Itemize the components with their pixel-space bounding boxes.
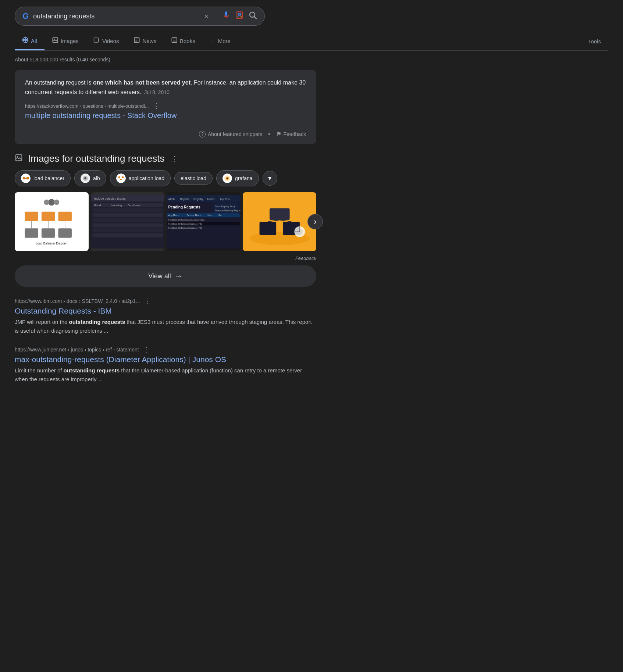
svg-text:Laboratory: Laboratory (111, 204, 122, 207)
chip-alb-label: alb (93, 175, 100, 181)
svg-rect-46 (25, 228, 38, 238)
snippet-source-url: https://stackoverflow.com › questions › … (25, 102, 306, 110)
svg-text:App Name: App Name (168, 214, 180, 217)
thumbnail-1[interactable]: Load Balancer Diagram (15, 192, 89, 251)
svg-rect-41 (42, 212, 55, 221)
chips-expand-button[interactable]: ▾ (263, 171, 277, 186)
clear-icon[interactable]: × (204, 12, 209, 21)
header: G outstanding requests × | (0, 0, 623, 51)
result-ibm-url: https://www.ibm.com › docs › SSLTBW_2.4.… (15, 298, 140, 304)
chip-alb[interactable]: alb (74, 170, 106, 186)
images-section-title: Images for outstanding requests (28, 153, 164, 164)
svg-rect-42 (58, 212, 71, 221)
images-feedback[interactable]: Feedback (15, 255, 316, 261)
svg-rect-31 (120, 179, 122, 180)
svg-text:FeedBank-E8 EmanaGlobalbase_P5: FeedBank-E8 EmanaGlobalbase_P52 (168, 223, 202, 225)
images-section: Images for outstanding requests ⋮ load b… (15, 153, 316, 287)
svg-rect-48 (58, 228, 71, 238)
svg-text:Registry: Registry (193, 197, 203, 201)
svg-rect-58 (92, 228, 163, 232)
tab-videos-label: Videos (102, 38, 119, 44)
result-ibm-desc-before: JMF will report on the (15, 319, 69, 325)
snippet-link[interactable]: multiple outstanding requests - Stack Ov… (25, 111, 177, 119)
about-snippets-label: About featured snippets (208, 131, 262, 137)
tools-button[interactable]: Tools (581, 34, 608, 49)
view-all-arrow-icon: → (175, 271, 183, 281)
chip-grafana[interactable]: grafana (216, 170, 259, 186)
chip-elastic-load[interactable]: elastic load (174, 172, 213, 185)
svg-rect-23 (26, 177, 29, 179)
thumbnails-next-button[interactable]: › (307, 214, 323, 229)
lens-icon[interactable] (235, 11, 244, 22)
chip-application-load[interactable]: application load (110, 170, 171, 186)
thumbnail-3[interactable]: Alerts Reports Registry Admin My Task Pe… (167, 192, 241, 251)
chip-load-balancer[interactable]: load balancer (15, 170, 71, 186)
search-input[interactable]: outstanding requests (33, 12, 200, 20)
svg-text:Reports: Reports (180, 197, 189, 201)
results-count: About 518,000,000 results (0.40 seconds) (15, 57, 316, 62)
svg-text:Load Balancer Diagram: Load Balancer Diagram (36, 242, 67, 245)
thumbnail-4[interactable] (243, 192, 317, 251)
view-all-button[interactable]: View all → (15, 265, 316, 287)
svg-text:My Task: My Task (220, 197, 230, 201)
tab-images-label: Images (61, 38, 79, 44)
result-juniper-title[interactable]: max-outstanding-requests (Diameter Appli… (15, 355, 316, 364)
tab-news[interactable]: News (126, 32, 164, 50)
svg-point-20 (17, 156, 18, 157)
svg-text:Global: Global (94, 204, 101, 207)
svg-text:Service Name: Service Name (187, 214, 202, 217)
svg-text:Admin: Admin (207, 197, 214, 201)
tab-books[interactable]: Books (164, 32, 203, 50)
question-icon: ? (199, 131, 206, 137)
svg-rect-55 (92, 213, 163, 217)
images-section-icon (15, 154, 23, 164)
svg-rect-54 (92, 208, 163, 212)
result-juniper-desc-before: Limit the number of (15, 367, 64, 373)
thumbnail-2[interactable]: Include detected issues Global Laborator… (91, 192, 165, 251)
tab-images[interactable]: Images (44, 32, 86, 50)
search-submit-icon[interactable] (248, 11, 257, 22)
result-juniper-three-dots[interactable]: ⋮ (143, 346, 150, 354)
svg-rect-89 (269, 208, 289, 220)
tab-videos[interactable]: Videos (86, 32, 127, 50)
svg-rect-59 (92, 233, 163, 237)
result-ibm-three-dots[interactable]: ⋮ (145, 297, 151, 305)
svg-rect-87 (259, 222, 276, 235)
search-bar-row: G outstanding requests × | (15, 7, 608, 26)
featured-snippet: An outstanding request is one which has … (15, 70, 316, 144)
images-header: Images for outstanding requests ⋮ (15, 153, 316, 164)
chip-elastic-load-label: elastic load (181, 175, 206, 181)
nav-tabs: All Images Videos (15, 32, 608, 51)
filter-chips: load balancer alb (15, 170, 316, 186)
feedback-label: Feedback (284, 131, 306, 137)
footer-dot: • (268, 131, 270, 137)
result-juniper-url-row: https://www.juniper.net › junos › topics… (15, 346, 316, 354)
tab-all[interactable]: All (15, 32, 44, 50)
chevron-down-icon: ▾ (268, 174, 271, 182)
svg-point-28 (116, 174, 126, 183)
tab-books-label: Books (180, 38, 195, 44)
svg-rect-29 (118, 176, 120, 178)
svg-rect-22 (23, 177, 25, 179)
news-tab-icon (134, 37, 140, 45)
feedback-button[interactable]: ⚑ Feedback (276, 131, 306, 137)
svg-point-27 (84, 177, 86, 179)
snippet-text-before: An outstanding request is (25, 79, 93, 86)
svg-text:Manage Pending Requests: Manage Pending Requests (215, 209, 240, 212)
result-ibm-title[interactable]: Outstanding Requests - IBM (15, 307, 316, 315)
tab-more[interactable]: ⋮ More (203, 33, 238, 50)
images-section-three-dots[interactable]: ⋮ (171, 154, 178, 163)
about-snippets-button[interactable]: ? About featured snippets (199, 131, 262, 137)
mic-icon[interactable] (222, 11, 231, 22)
next-arrow-icon: › (314, 217, 317, 226)
tab-more-label: More (218, 38, 231, 44)
chip-load-balancer-label: load balancer (33, 175, 64, 181)
svg-rect-47 (42, 228, 55, 238)
svg-text:Alerts: Alerts (168, 197, 175, 201)
snippet-three-dots[interactable]: ⋮ (153, 102, 160, 110)
chip-alb-icon (81, 174, 90, 183)
svg-text:Pending Requests: Pending Requests (168, 205, 201, 209)
tab-all-label: All (31, 38, 37, 44)
search-result-juniper: https://www.juniper.net › junos › topics… (15, 346, 316, 384)
svg-rect-9 (94, 38, 98, 42)
